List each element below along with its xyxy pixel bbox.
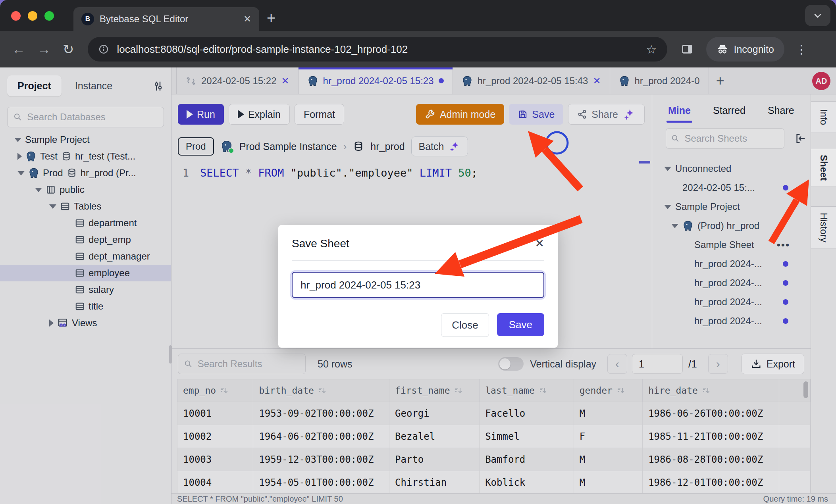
caret-down-icon[interactable] — [14, 138, 21, 142]
browser-menu-icon[interactable]: ⋮ — [796, 42, 807, 56]
caret-right-icon[interactable] — [17, 153, 22, 160]
tree-item-table-salary[interactable]: salary — [0, 281, 171, 298]
sheet-item[interactable]: hr_prod 2024-... — [652, 312, 811, 331]
maximize-window-button[interactable] — [44, 11, 54, 21]
tree-item-instance-prod[interactable]: Prod hr_prod (Pr... — [0, 165, 171, 181]
caret-down-icon[interactable] — [664, 205, 671, 209]
search-sheets-input[interactable] — [684, 133, 779, 144]
minimize-window-button[interactable] — [28, 11, 37, 21]
table-row[interactable]: 100041954-05-01T00:00:00ZChirstianKoblic… — [177, 471, 811, 494]
caret-down-icon[interactable] — [17, 171, 25, 175]
rail-tab-info[interactable]: Info — [811, 101, 836, 133]
sheet-tab-unsaved[interactable]: 2024-02-05 15:22 ✕ — [176, 67, 299, 94]
tree-item-table-department[interactable]: department — [0, 215, 171, 231]
tree-item-table-dept-emp[interactable]: dept_emp — [0, 231, 171, 248]
sidebar-resize-handle[interactable] — [169, 345, 172, 364]
table-row[interactable]: 100021964-06-02T00:00:00ZBezalelSimmelF1… — [177, 425, 811, 448]
filter-sliders-icon[interactable] — [152, 80, 164, 92]
sql-code[interactable]: SELECT * FROM "public"."employee" LIMIT … — [200, 167, 478, 179]
format-button[interactable]: Format — [295, 104, 344, 125]
results-scrollbar[interactable] — [803, 381, 808, 398]
dialog-save-button[interactable]: Save — [497, 313, 544, 336]
close-tab-icon[interactable]: ✕ — [593, 75, 601, 87]
search-results-input[interactable] — [197, 358, 300, 370]
admin-mode-button[interactable]: Admin mode — [416, 104, 504, 125]
sheet-tab-starred[interactable]: Starred — [713, 105, 745, 116]
sidebar-tab-project[interactable]: Project — [7, 75, 62, 96]
sheet-item[interactable]: hr_prod 2024-... — [652, 254, 811, 273]
tree-item-table-dept-manager[interactable]: dept_manager — [0, 248, 171, 265]
caret-right-icon[interactable] — [49, 319, 54, 327]
run-button[interactable]: Run — [178, 104, 224, 125]
column-header-last-name[interactable]: last_name — [480, 379, 574, 402]
prev-page-button[interactable]: ‹ — [607, 354, 627, 374]
tree-item-schema-public[interactable]: public — [0, 181, 171, 198]
sheet-name-input[interactable] — [292, 272, 544, 298]
sheet-item[interactable]: 2024-02-05 15:... — [652, 178, 811, 197]
tree-item-project[interactable]: Sample Project — [0, 131, 171, 148]
sort-icon[interactable] — [220, 386, 229, 395]
user-avatar[interactable]: AD — [812, 72, 830, 90]
column-header-emp-no[interactable]: emp_no — [177, 379, 253, 402]
page-input[interactable] — [632, 354, 683, 374]
search-results-box[interactable] — [178, 354, 306, 374]
url-text[interactable]: localhost:8080/sql-editor/prod-sample-in… — [117, 43, 638, 56]
info-icon[interactable] — [98, 44, 109, 55]
forward-icon[interactable]: → — [37, 42, 51, 57]
rail-tab-history[interactable]: History — [811, 206, 836, 248]
sheet-group-unconnected[interactable]: Unconnected — [652, 159, 811, 178]
dialog-close-button[interactable]: Close — [441, 313, 489, 337]
tree-item-table-employee[interactable]: employee — [0, 265, 171, 281]
add-sheet-tab-button[interactable]: + — [709, 67, 732, 94]
more-options-icon[interactable]: ••• — [777, 239, 790, 251]
column-header-first-name[interactable]: first_name — [389, 379, 480, 402]
side-panel-icon[interactable] — [681, 43, 693, 56]
bookmark-star-icon[interactable]: ☆ — [646, 42, 657, 56]
explain-button[interactable]: Explain — [229, 104, 290, 125]
tab-search-button[interactable] — [805, 5, 830, 26]
tree-item-views[interactable]: Views — [0, 315, 171, 331]
dialog-close-icon[interactable]: ✕ — [535, 237, 544, 250]
sidebar-tab-instance[interactable]: Instance — [65, 75, 123, 96]
import-sheet-icon[interactable] — [795, 133, 807, 144]
sort-icon[interactable] — [702, 386, 711, 395]
search-databases-box[interactable] — [7, 107, 164, 127]
batch-button[interactable]: Batch — [411, 137, 468, 156]
column-header-hire-date[interactable]: hire_date — [643, 379, 779, 402]
sort-icon[interactable] — [318, 386, 327, 395]
tree-item-tables[interactable]: Tables — [0, 198, 171, 215]
column-header-gender[interactable]: gender — [574, 379, 642, 402]
tree-item-table-title[interactable]: title — [0, 298, 171, 315]
tab-close-icon[interactable]: ✕ — [243, 13, 251, 25]
sheet-group-sample-project[interactable]: Sample Project — [652, 197, 811, 216]
caret-down-icon[interactable] — [35, 188, 42, 192]
instance-name[interactable]: Prod Sample Instance — [239, 141, 337, 152]
search-sheets-box[interactable] — [666, 128, 784, 149]
sheet-tab-mine[interactable]: Mine — [668, 105, 691, 116]
sql-editor-line[interactable]: 1 SELECT * FROM "public"."employee" LIMI… — [171, 167, 652, 179]
save-button[interactable]: Save — [509, 104, 563, 125]
sheet-item[interactable]: hr_prod 2024-... — [652, 292, 811, 312]
column-header-birth-date[interactable]: birth_date — [253, 379, 389, 402]
sheet-item[interactable]: Sample Sheet ••• — [652, 235, 811, 254]
database-name[interactable]: hr_prod — [370, 141, 405, 152]
back-icon[interactable]: ← — [12, 42, 25, 57]
sheet-tab-1543[interactable]: hr_prod 2024-02-05 15:43 ✕ — [453, 67, 610, 94]
sheet-tab-active[interactable]: hr_prod 2024-02-05 15:23 — [299, 67, 453, 94]
caret-down-icon[interactable] — [664, 167, 671, 171]
vertical-display-toggle[interactable] — [498, 357, 524, 371]
rail-tab-sheet[interactable]: Sheet — [811, 149, 836, 187]
browser-tab[interactable]: B Bytebase SQL Editor ✕ — [73, 7, 259, 31]
tree-item-instance-test[interactable]: Test hr_test (Test... — [0, 148, 171, 165]
search-databases-input[interactable] — [26, 111, 158, 123]
table-row[interactable]: 100031959-12-03T00:00:00ZPartoBamfordM19… — [177, 448, 811, 471]
sort-icon[interactable] — [616, 386, 626, 395]
next-page-button[interactable]: › — [708, 354, 728, 374]
reload-icon[interactable]: ↻ — [63, 41, 74, 57]
sheet-item[interactable]: hr_prod 2024-... — [652, 273, 811, 292]
address-bar[interactable]: localhost:8080/sql-editor/prod-sample-in… — [88, 37, 667, 62]
new-tab-button[interactable]: + — [267, 10, 275, 27]
export-button[interactable]: Export — [742, 354, 804, 374]
share-button[interactable]: Share — [568, 104, 645, 125]
close-tab-icon[interactable]: ✕ — [281, 75, 289, 87]
